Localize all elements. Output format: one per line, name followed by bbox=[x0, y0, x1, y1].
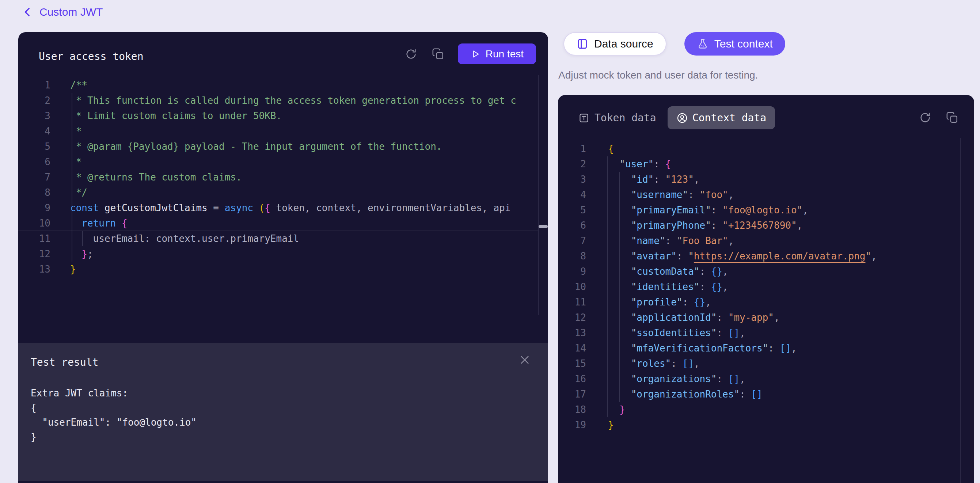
code-line[interactable]: 17 "organizationRoles": [] bbox=[558, 386, 974, 402]
line-content: "primaryEmail": "foo@logto.io", bbox=[608, 205, 808, 216]
line-number: 8 bbox=[18, 185, 51, 200]
code-line[interactable]: 7 * @returns The custom claims. bbox=[18, 170, 548, 185]
tab-context-label: Context data bbox=[692, 112, 766, 124]
code-line[interactable]: 4 "username": "foo", bbox=[558, 187, 974, 202]
code-line[interactable]: 10 "identities": {}, bbox=[558, 279, 974, 294]
code-line[interactable]: 9const getCustomJwtClaims = async ({ tok… bbox=[18, 200, 548, 216]
copy-icon bbox=[432, 48, 444, 60]
code-line[interactable]: 11 userEmail: context.user.primaryEmail bbox=[18, 231, 548, 246]
chevron-left-icon bbox=[21, 6, 33, 18]
line-content: "roles": [], bbox=[608, 358, 700, 369]
indent-guide bbox=[82, 231, 83, 246]
code-line[interactable]: 2 "user": { bbox=[558, 156, 974, 172]
test-context-button[interactable]: Test context bbox=[684, 32, 785, 56]
line-number: 7 bbox=[558, 233, 586, 248]
code-line[interactable]: 8 */ bbox=[18, 185, 548, 200]
code-line[interactable]: 6 * bbox=[18, 154, 548, 170]
code-line[interactable]: 12 "applicationId": "my-app", bbox=[558, 310, 974, 325]
code-line[interactable]: 3 * Limit custom claims to under 50KB. bbox=[18, 108, 548, 124]
line-number: 11 bbox=[558, 294, 586, 310]
code-line[interactable]: 7 "name": "Foo Bar", bbox=[558, 233, 974, 248]
close-button[interactable] bbox=[519, 354, 533, 369]
run-test-button[interactable]: Run test bbox=[458, 43, 536, 64]
line-content: "profile": {}, bbox=[608, 297, 711, 308]
code-line[interactable]: 6 "primaryPhone": "+1234567890", bbox=[558, 218, 974, 233]
line-content: "name": "Foo Bar", bbox=[608, 235, 734, 246]
code-line[interactable]: 1{ bbox=[558, 141, 974, 156]
line-number: 11 bbox=[18, 231, 51, 246]
line-number: 8 bbox=[558, 248, 586, 264]
refresh-icon bbox=[919, 111, 931, 124]
line-number: 7 bbox=[18, 170, 51, 185]
code-line[interactable]: 16 "organizations": [], bbox=[558, 371, 974, 386]
book-icon bbox=[577, 37, 588, 51]
code-line[interactable]: 5 * @param {Payload} payload - The input… bbox=[18, 139, 548, 154]
line-number: 9 bbox=[558, 264, 586, 279]
refresh-icon bbox=[405, 48, 417, 60]
code-line[interactable]: 15 "roles": [], bbox=[558, 356, 974, 371]
restore-button[interactable] bbox=[918, 110, 932, 125]
line-number: 18 bbox=[558, 402, 586, 417]
context-toolbar: Data source Test context bbox=[563, 32, 785, 56]
context-data-editor[interactable]: 1{2 "user": {3 "id": "123",4 "username":… bbox=[558, 141, 974, 433]
editor-header: User access token Run test bbox=[18, 32, 548, 75]
code-line[interactable]: 3 "id": "123", bbox=[558, 172, 974, 187]
data-source-button[interactable]: Data source bbox=[563, 32, 667, 56]
line-content: "organizationRoles": [] bbox=[608, 389, 763, 400]
close-icon bbox=[519, 354, 531, 366]
code-line[interactable]: 2 * This function is called during the a… bbox=[18, 93, 548, 108]
line-content: "primaryPhone": "+1234567890", bbox=[608, 220, 802, 231]
code-line[interactable]: 12 }; bbox=[18, 246, 548, 262]
copy-button[interactable] bbox=[431, 47, 445, 61]
code-line[interactable]: 4 * bbox=[18, 124, 548, 139]
breadcrumb[interactable]: Custom JWT bbox=[21, 6, 103, 18]
editor-divider bbox=[18, 230, 538, 231]
line-number: 3 bbox=[558, 172, 586, 187]
line-content: * This function is called during the acc… bbox=[70, 95, 516, 106]
code-line[interactable]: 10 return { bbox=[18, 216, 548, 231]
line-content: * Limit custom claims to under 50KB. bbox=[70, 110, 282, 121]
user-circle-icon bbox=[676, 112, 688, 124]
code-line[interactable]: 13} bbox=[18, 262, 548, 277]
code-line[interactable]: 13 "ssoIdentities": [], bbox=[558, 325, 974, 340]
tab-token-label: Token data bbox=[595, 112, 656, 124]
line-number: 12 bbox=[558, 310, 586, 325]
line-content: "customData": {}, bbox=[608, 266, 728, 277]
tab-token-data[interactable]: Token data bbox=[578, 106, 656, 129]
code-line[interactable]: 18 } bbox=[558, 402, 974, 417]
line-content: "user": { bbox=[608, 159, 671, 170]
tab-context-data[interactable]: Context data bbox=[668, 106, 775, 129]
line-number: 2 bbox=[18, 93, 51, 108]
line-number: 4 bbox=[18, 124, 51, 139]
copy-button[interactable] bbox=[945, 110, 959, 125]
code-editor[interactable]: 1/**2 * This function is called during t… bbox=[18, 78, 548, 282]
line-content: /** bbox=[70, 79, 88, 91]
line-content: return { bbox=[70, 218, 127, 229]
code-line[interactable]: 11 "profile": {}, bbox=[558, 294, 974, 310]
back-link-custom-jwt[interactable]: Custom JWT bbox=[40, 6, 103, 18]
line-content: "organizations": [], bbox=[608, 373, 745, 384]
code-line[interactable]: 19} bbox=[558, 417, 974, 432]
line-content: "username": "foo", bbox=[608, 189, 734, 200]
line-number: 17 bbox=[558, 386, 586, 402]
data-source-label: Data source bbox=[594, 38, 653, 50]
line-content: "avatar": "https://example.com/avatar.pn… bbox=[608, 251, 877, 262]
line-number: 10 bbox=[18, 216, 51, 231]
line-content: "identities": {}, bbox=[608, 281, 728, 292]
line-content: userEmail: context.user.primaryEmail bbox=[70, 233, 299, 244]
flask-icon bbox=[697, 37, 708, 51]
line-number: 13 bbox=[558, 325, 586, 340]
line-number: 2 bbox=[558, 156, 586, 172]
code-line[interactable]: 8 "avatar": "https://example.com/avatar.… bbox=[558, 248, 974, 264]
code-line[interactable]: 14 "mfaVerificationFactors": [], bbox=[558, 340, 974, 356]
code-line[interactable]: 5 "primaryEmail": "foo@logto.io", bbox=[558, 202, 974, 218]
restore-button[interactable] bbox=[404, 47, 418, 61]
line-number: 6 bbox=[18, 154, 51, 170]
line-number: 13 bbox=[18, 262, 51, 277]
line-number: 4 bbox=[558, 187, 586, 202]
line-content: * @param {Payload} payload - The input a… bbox=[70, 141, 442, 152]
test-result-title: Test result bbox=[31, 356, 536, 368]
editor-scrollbar-thumb[interactable] bbox=[539, 225, 548, 228]
code-line[interactable]: 9 "customData": {}, bbox=[558, 264, 974, 279]
code-line[interactable]: 1/** bbox=[18, 78, 548, 93]
